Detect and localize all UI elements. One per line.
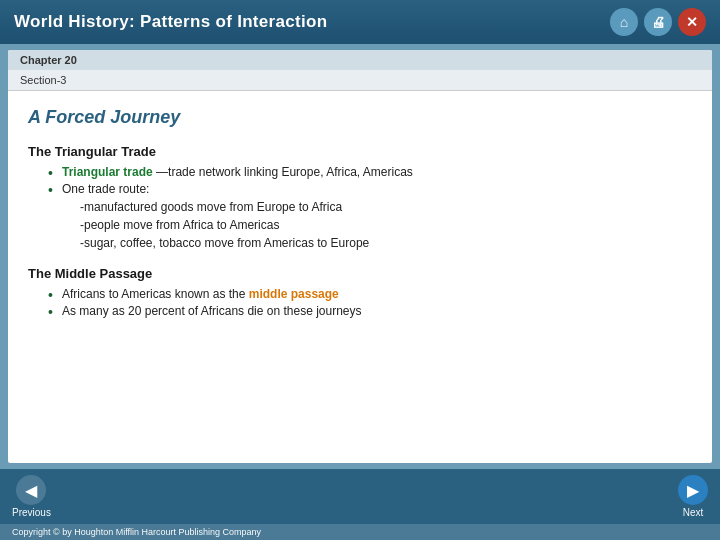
middle-passage-prefix: Africans to Americas known as the — [62, 287, 249, 301]
prev-label: Previous — [12, 507, 51, 518]
close-icon: ✕ — [686, 14, 698, 30]
middle-passage-heading: The Middle Passage — [28, 266, 692, 281]
print-icon: 🖨 — [651, 14, 665, 30]
content-wrapper: Chapter 20 Section-3 A Forced Journey Th… — [0, 44, 720, 469]
middle-passage-highlight: middle passage — [249, 287, 339, 301]
sub-item-2: -people move from Africa to Americas — [80, 216, 692, 234]
footer: ◀ Previous ▶ Next — [0, 469, 720, 524]
list-item-middle-passage: Africans to Americas known as the middle… — [48, 287, 692, 301]
triangular-trade-highlight: Triangular trade — [62, 165, 153, 179]
copyright-text: Copyright © by Houghton Mifflin Harcourt… — [12, 527, 261, 537]
percent-text: As many as 20 percent of Africans die on… — [62, 304, 362, 318]
next-arrow-icon: ▶ — [687, 481, 699, 500]
middle-passage-list: Africans to Americas known as the middle… — [48, 287, 692, 318]
header: World History: Patterns of Interaction ⌂… — [0, 0, 720, 44]
header-icons: ⌂ 🖨 ✕ — [610, 8, 706, 36]
next-arrow-circle: ▶ — [678, 475, 708, 505]
chapter-label: Chapter 20 — [20, 54, 77, 66]
copyright-bar: Copyright © by Houghton Mifflin Harcourt… — [0, 524, 720, 540]
prev-arrow-circle: ◀ — [16, 475, 46, 505]
triangular-trade-section: The Triangular Trade Triangular trade —t… — [28, 144, 692, 252]
next-label: Next — [683, 507, 704, 518]
section-label: Section-3 — [20, 74, 66, 86]
print-button[interactable]: 🖨 — [644, 8, 672, 36]
prev-arrow-icon: ◀ — [25, 481, 37, 500]
list-item-trade-route: One trade route: -manufactured goods mov… — [48, 182, 692, 252]
bullet-suffix-1: —trade network linking Europe, Africa, A… — [156, 165, 413, 179]
page-title: A Forced Journey — [28, 107, 692, 128]
list-item-triangular: Triangular trade —trade network linking … — [48, 165, 692, 179]
main-content: A Forced Journey The Triangular Trade Tr… — [8, 91, 712, 463]
previous-button[interactable]: ◀ Previous — [12, 475, 51, 518]
home-button[interactable]: ⌂ — [610, 8, 638, 36]
triangular-trade-list: Triangular trade —trade network linking … — [48, 165, 692, 252]
sub-item-1: -manufactured goods move from Europe to … — [80, 198, 692, 216]
triangular-trade-heading: The Triangular Trade — [28, 144, 692, 159]
trade-route-text: One trade route: — [62, 182, 149, 196]
sub-items: -manufactured goods move from Europe to … — [80, 198, 692, 252]
section-bar: Section-3 — [8, 70, 712, 91]
middle-passage-section: The Middle Passage Africans to Americas … — [28, 266, 692, 318]
next-button[interactable]: ▶ Next — [678, 475, 708, 518]
home-icon: ⌂ — [620, 14, 628, 30]
list-item-20-percent: As many as 20 percent of Africans die on… — [48, 304, 692, 318]
chapter-bar: Chapter 20 — [8, 50, 712, 70]
close-button[interactable]: ✕ — [678, 8, 706, 36]
app-title: World History: Patterns of Interaction — [14, 12, 327, 32]
app-container: World History: Patterns of Interaction ⌂… — [0, 0, 720, 540]
sub-item-3: -sugar, coffee, tobacco move from Americ… — [80, 234, 692, 252]
content-card: Chapter 20 Section-3 A Forced Journey Th… — [8, 50, 712, 463]
